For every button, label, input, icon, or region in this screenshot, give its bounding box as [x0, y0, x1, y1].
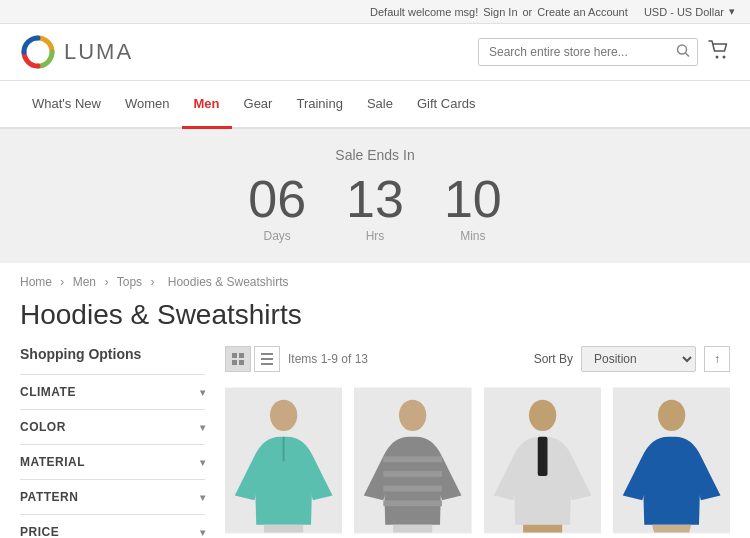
search-button[interactable]: [676, 44, 690, 61]
breadcrumb-current: Hoodies & Sweatshirts: [168, 275, 289, 289]
svg-rect-6: [239, 353, 244, 358]
svg-point-3: [716, 55, 719, 58]
search-icon: [676, 44, 690, 58]
top-bar: Default welcome msg! Sign In or Create a…: [0, 0, 750, 24]
product-card[interactable]: Mach Street Sweatshirt $62.00 XS S M L X…: [613, 387, 730, 538]
sort-direction-button[interactable]: ↑: [704, 346, 730, 372]
header: LUMA: [0, 24, 750, 81]
cart-icon[interactable]: [708, 40, 730, 65]
nav-training[interactable]: Training: [284, 81, 354, 129]
nav-men[interactable]: Men: [182, 81, 232, 129]
filter-material-header[interactable]: MATERIAL ▾: [20, 455, 205, 469]
sale-banner: Sale Ends In 06 Days 13 Hrs 10 Mins: [0, 129, 750, 263]
filter-climate-header[interactable]: CLIMATE ▾: [20, 385, 205, 399]
mins-number: 10: [444, 173, 502, 225]
svg-rect-9: [261, 353, 273, 355]
svg-point-1: [678, 45, 687, 54]
header-right: [478, 38, 730, 66]
nav-gift-cards[interactable]: Gift Cards: [405, 81, 488, 129]
filter-price-header[interactable]: PRICE ▾: [20, 525, 205, 538]
sale-ends-text: Sale Ends In: [20, 147, 730, 163]
or-text: or: [523, 6, 533, 18]
svg-point-4: [723, 55, 726, 58]
currency-chevron-icon: ▾: [729, 5, 735, 18]
list-view-button[interactable]: [254, 346, 280, 372]
logo-text: LUMA: [64, 39, 133, 65]
svg-rect-23: [537, 437, 547, 476]
filter-climate-label: CLIMATE: [20, 385, 76, 399]
mins-label: Mins: [444, 229, 502, 243]
filter-pattern-chevron: ▾: [200, 492, 206, 503]
filter-pattern[interactable]: PATTERN ▾: [20, 479, 205, 514]
grid-icon: [232, 353, 244, 365]
product-card[interactable]: Ajax Full-Zip Sweatshirt $69.00 XS S M L…: [354, 387, 471, 538]
sort-label: Sort By: [534, 352, 573, 366]
product-image-2: [354, 387, 471, 534]
filter-material-chevron: ▾: [200, 457, 206, 468]
product-area: Items 1-9 of 13 Sort By Position Product…: [225, 346, 730, 538]
breadcrumb-home[interactable]: Home: [20, 275, 52, 289]
svg-rect-20: [384, 500, 443, 506]
filter-color-header[interactable]: COLOR ▾: [20, 420, 205, 434]
breadcrumb-sep1: ›: [60, 275, 67, 289]
svg-point-25: [658, 400, 685, 431]
currency-selector[interactable]: USD - US Dollar: [644, 6, 724, 18]
search-input[interactable]: [478, 38, 698, 66]
product-card[interactable]: Grayson Crewneck Sweatshirt $64.00 XS S …: [484, 387, 601, 538]
filter-climate[interactable]: CLIMATE ▾: [20, 374, 205, 409]
filter-price-label: PRICE: [20, 525, 59, 538]
svg-rect-11: [261, 363, 273, 365]
breadcrumb-sep2: ›: [104, 275, 111, 289]
welcome-msg: Default welcome msg!: [370, 6, 478, 18]
filter-price[interactable]: PRICE ▾: [20, 514, 205, 538]
product-image-3: [484, 387, 601, 534]
sidebar: Shopping Options CLIMATE ▾ COLOR ▾ MATER…: [20, 346, 205, 538]
countdown-hours: 13 Hrs: [346, 173, 404, 243]
list-icon: [261, 353, 273, 365]
product-image-1: [225, 387, 342, 534]
product-illustration-4: [613, 387, 730, 534]
product-illustration-2: [354, 387, 471, 534]
svg-rect-18: [384, 471, 443, 477]
days-number: 06: [248, 173, 306, 225]
breadcrumb: Home › Men › Tops › Hoodies & Sweatshirt…: [0, 263, 750, 294]
filter-material[interactable]: MATERIAL ▾: [20, 444, 205, 479]
grid-view-button[interactable]: [225, 346, 251, 372]
nav-gear[interactable]: Gear: [232, 81, 285, 129]
breadcrumb-tops[interactable]: Tops: [117, 275, 142, 289]
search-wrapper: [478, 38, 698, 66]
sort-select[interactable]: Position Product Name Price: [581, 346, 696, 372]
items-count: Items 1-9 of 13: [288, 352, 368, 366]
product-card[interactable]: Marco Lightweight Active Hoodie $74.00 X…: [225, 387, 342, 538]
filter-climate-chevron: ▾: [200, 387, 206, 398]
toolbar-left: Items 1-9 of 13: [225, 346, 368, 372]
filter-color[interactable]: COLOR ▾: [20, 409, 205, 444]
product-illustration-1: [225, 387, 342, 534]
sidebar-title: Shopping Options: [20, 346, 205, 362]
toolbar-right: Sort By Position Product Name Price ↑: [534, 346, 730, 372]
filter-material-label: MATERIAL: [20, 455, 85, 469]
signin-link[interactable]: Sign In: [483, 6, 517, 18]
countdown: 06 Days 13 Hrs 10 Mins: [20, 173, 730, 243]
svg-point-16: [399, 400, 426, 431]
cart-svg: [708, 40, 730, 60]
main-content: Shopping Options CLIMATE ▾ COLOR ▾ MATER…: [0, 346, 750, 538]
svg-rect-10: [261, 358, 273, 360]
products-grid: Marco Lightweight Active Hoodie $74.00 X…: [225, 387, 730, 538]
view-mode: [225, 346, 280, 372]
nav-sale[interactable]: Sale: [355, 81, 405, 129]
svg-line-2: [686, 53, 690, 57]
hours-label: Hrs: [346, 229, 404, 243]
main-nav: What's New Women Men Gear Training Sale …: [0, 81, 750, 129]
nav-women[interactable]: Women: [113, 81, 182, 129]
create-account-link[interactable]: Create an Account: [537, 6, 628, 18]
filter-pattern-header[interactable]: PATTERN ▾: [20, 490, 205, 504]
svg-rect-17: [384, 456, 443, 462]
countdown-mins: 10 Mins: [444, 173, 502, 243]
breadcrumb-men[interactable]: Men: [73, 275, 96, 289]
toolbar: Items 1-9 of 13 Sort By Position Product…: [225, 346, 730, 372]
filter-pattern-label: PATTERN: [20, 490, 78, 504]
nav-whats-new[interactable]: What's New: [20, 81, 113, 129]
logo-area[interactable]: LUMA: [20, 34, 133, 70]
product-image-4: [613, 387, 730, 534]
